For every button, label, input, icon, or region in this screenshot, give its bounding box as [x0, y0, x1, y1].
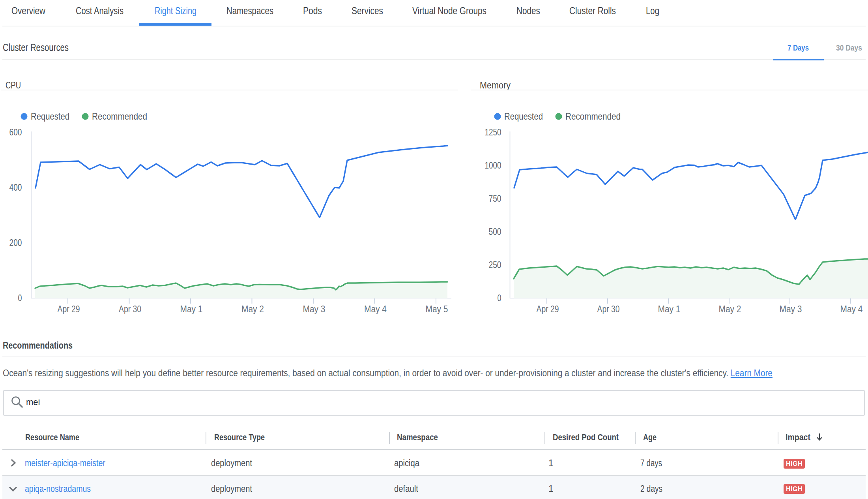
svg-text:0: 0 — [498, 293, 501, 303]
svg-text:May 5: May 5 — [426, 304, 448, 314]
svg-text:Apr 30: Apr 30 — [597, 304, 620, 314]
svg-text:May 3: May 3 — [303, 304, 326, 314]
svg-text:Requested: Requested — [504, 111, 543, 122]
svg-text:Recommended: Recommended — [565, 111, 621, 122]
svg-text:250: 250 — [489, 260, 501, 270]
svg-text:May 1: May 1 — [180, 304, 203, 314]
svg-text:750: 750 — [489, 193, 501, 204]
svg-text:May 2: May 2 — [241, 304, 264, 314]
svg-text:1250: 1250 — [485, 127, 501, 137]
svg-text:May 3: May 3 — [780, 304, 802, 314]
svg-text:Requested: Requested — [31, 111, 69, 122]
svg-text:500: 500 — [489, 227, 501, 237]
svg-text:Recommended: Recommended — [92, 111, 147, 122]
svg-text:May 4: May 4 — [840, 304, 863, 314]
svg-text:200: 200 — [9, 238, 22, 248]
svg-text:May 2: May 2 — [719, 304, 741, 314]
svg-text:1000: 1000 — [485, 160, 501, 171]
svg-text:May 4: May 4 — [364, 304, 387, 314]
svg-text:600: 600 — [9, 127, 22, 137]
svg-text:Apr 30: Apr 30 — [119, 304, 141, 314]
svg-text:400: 400 — [9, 182, 22, 193]
svg-text:Apr 29: Apr 29 — [537, 304, 559, 314]
svg-text:Apr 29: Apr 29 — [58, 304, 80, 314]
svg-text:0: 0 — [18, 293, 22, 303]
svg-text:May 1: May 1 — [658, 304, 681, 314]
